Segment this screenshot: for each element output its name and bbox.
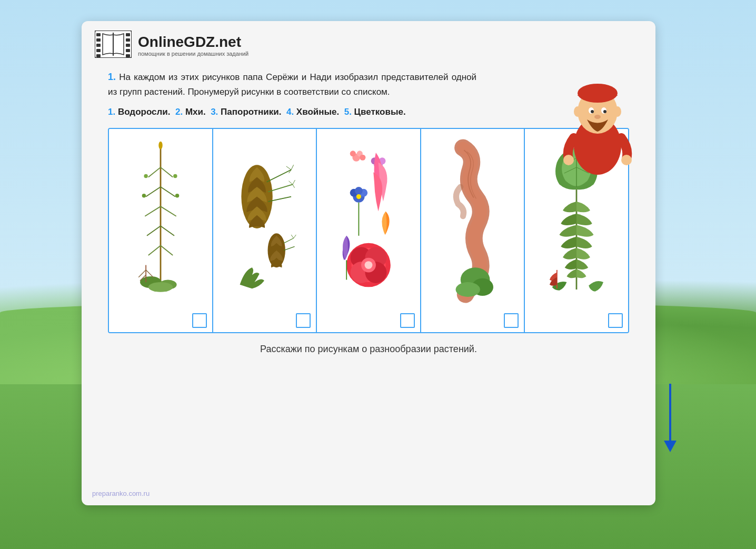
svg-point-18: [591, 110, 594, 113]
svg-point-23: [563, 155, 574, 165]
svg-point-74: [356, 194, 361, 199]
svg-rect-4: [96, 49, 101, 52]
list-label-2: Мхи.: [185, 107, 206, 117]
svg-line-51: [291, 165, 294, 170]
list-num-3: 3.: [211, 107, 218, 117]
content-area: 1. На каждом из этих рисунков папа Серёж…: [82, 69, 655, 371]
arrow-decoration: [661, 384, 680, 454]
svg-line-61: [294, 235, 296, 238]
svg-rect-9: [126, 49, 130, 52]
svg-rect-8: [126, 44, 130, 47]
svg-line-62: [284, 247, 295, 251]
svg-line-32: [161, 207, 176, 217]
plants-grid: [108, 128, 629, 333]
svg-point-26: [158, 142, 162, 149]
svg-point-66: [360, 155, 365, 161]
list-label-3: Папоротники.: [221, 107, 281, 117]
svg-rect-2: [96, 38, 101, 42]
svg-line-50: [286, 166, 291, 170]
svg-line-35: [148, 246, 161, 256]
svg-line-46: [146, 270, 153, 277]
svg-point-73: [355, 187, 363, 195]
svg-point-20: [594, 115, 601, 119]
logo-title: OnlineGDZ.net: [138, 34, 248, 51]
svg-rect-1: [96, 33, 101, 36]
svg-rect-10: [126, 54, 130, 57]
list-label-1: Водоросли.: [118, 107, 171, 117]
plant-cell-1: [109, 129, 213, 332]
plant-drawing-4: [424, 132, 522, 311]
svg-rect-3: [96, 44, 101, 47]
svg-line-54: [289, 181, 293, 185]
svg-line-31: [145, 207, 161, 217]
svg-point-43: [148, 283, 173, 293]
plant-drawing-2: [216, 132, 314, 311]
svg-line-28: [161, 167, 173, 177]
svg-point-21: [574, 106, 581, 117]
svg-rect-6: [126, 33, 130, 36]
plant-drawing-3: [320, 132, 417, 311]
bottom-caption: Расскажи по рисункам о разнообразии раст…: [108, 344, 629, 355]
svg-line-49: [267, 170, 291, 182]
character-illustration: [555, 64, 640, 169]
list-num-4: 4.: [286, 107, 294, 117]
list-label-4: Хвойные.: [296, 107, 339, 117]
plant-cell-2: [213, 129, 317, 332]
svg-point-37: [144, 174, 147, 178]
svg-line-34: [161, 226, 174, 236]
logo-icon: [95, 31, 132, 60]
svg-line-59: [284, 238, 294, 243]
svg-rect-5: [96, 54, 101, 57]
svg-point-39: [142, 194, 146, 197]
checkbox-1[interactable]: [192, 313, 207, 328]
task-text-block: 1. На каждом из этих рисунков папа Серёж…: [108, 69, 476, 99]
svg-line-27: [148, 167, 161, 177]
svg-point-24: [621, 155, 632, 165]
list-label-5: Цветковые.: [354, 107, 406, 117]
task-number: 1.: [108, 72, 116, 82]
svg-point-87: [455, 283, 480, 297]
svg-point-38: [173, 174, 177, 178]
task-list: 1. Водоросли. 2. Мхи. 3. Папоротники. 4.…: [108, 107, 629, 117]
svg-point-40: [175, 194, 179, 197]
checkbox-2[interactable]: [296, 313, 311, 328]
svg-line-30: [161, 187, 175, 197]
svg-point-19: [603, 110, 606, 113]
main-card: OnlineGDZ.net помощник в решении домашни…: [82, 21, 655, 505]
svg-line-55: [293, 180, 295, 184]
plant-cell-4: [421, 129, 525, 332]
svg-line-60: [291, 235, 294, 238]
watermark: preparanko.com.ru: [92, 490, 150, 497]
list-num-1: 1.: [108, 107, 115, 117]
checkbox-5[interactable]: [608, 313, 623, 328]
checkbox-3[interactable]: [400, 313, 415, 328]
svg-rect-7: [126, 38, 130, 42]
svg-point-64: [350, 151, 356, 157]
task-description: На каждом из этих рисунков папа Серёжи и…: [108, 72, 476, 97]
svg-line-29: [146, 187, 161, 197]
list-num-2: 2.: [175, 107, 183, 117]
list-num-5: 5.: [344, 107, 352, 117]
logo-text-block: OnlineGDZ.net помощник в решении домашни…: [138, 34, 248, 57]
svg-point-22: [614, 106, 621, 117]
plant-cell-3: [317, 129, 421, 332]
svg-point-83: [365, 262, 373, 269]
svg-line-36: [161, 246, 173, 256]
checkbox-4[interactable]: [504, 313, 519, 328]
svg-line-33: [147, 226, 161, 236]
logo-area: OnlineGDZ.net помощник в решении домашни…: [82, 21, 655, 69]
plant-drawing-1: [112, 132, 210, 311]
svg-marker-96: [664, 441, 677, 452]
logo-subtitle: помощник в решении домашних заданий: [138, 51, 248, 57]
svg-line-56: [293, 185, 295, 188]
